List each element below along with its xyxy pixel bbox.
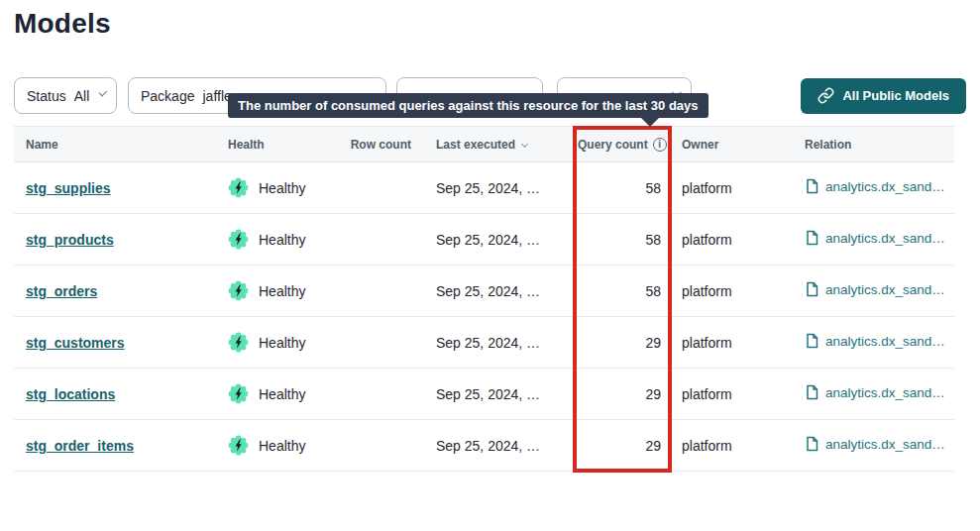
health-badge: Healthy bbox=[228, 332, 347, 353]
document-icon bbox=[805, 178, 818, 194]
health-badge: Healthy bbox=[228, 177, 347, 198]
owner-cell: platform bbox=[672, 232, 791, 248]
health-badge: Healthy bbox=[228, 229, 347, 250]
all-public-models-button[interactable]: All Public Models bbox=[801, 78, 966, 114]
model-name-link[interactable]: stg_locations bbox=[26, 386, 115, 402]
last-executed-cell: Sep 25, 2024, … bbox=[411, 283, 569, 299]
table-row: stg_orders Healthy Sep 25, 2024, … 58 pl… bbox=[14, 266, 954, 317]
health-label: Healthy bbox=[259, 232, 305, 248]
column-header-name: Name bbox=[14, 138, 228, 152]
owner-cell: platform bbox=[672, 283, 791, 299]
tooltip-arrow bbox=[640, 117, 660, 127]
document-icon bbox=[805, 333, 818, 349]
column-header-owner: Owner bbox=[672, 138, 791, 152]
document-icon bbox=[805, 230, 818, 246]
column-header-health: Health bbox=[228, 138, 347, 152]
health-seal-icon bbox=[228, 383, 249, 404]
document-icon bbox=[805, 384, 818, 400]
all-public-models-label: All Public Models bbox=[842, 88, 949, 103]
info-icon[interactable]: i bbox=[653, 138, 667, 152]
query-count-tooltip: The number of consumed queries against t… bbox=[228, 93, 708, 118]
health-label: Healthy bbox=[259, 335, 305, 351]
status-filter-label: Status bbox=[27, 88, 66, 104]
status-filter-value: All bbox=[74, 88, 90, 104]
relation-link[interactable]: analytics.dx_sand… bbox=[805, 178, 945, 194]
last-executed-cell: Sep 25, 2024, … bbox=[411, 438, 569, 454]
health-badge: Healthy bbox=[228, 280, 347, 301]
last-executed-cell: Sep 25, 2024, … bbox=[411, 335, 569, 351]
query-count-cell: 29 bbox=[569, 438, 672, 454]
document-icon bbox=[805, 436, 818, 452]
column-header-relation: Relation bbox=[791, 138, 954, 152]
owner-cell: platform bbox=[672, 180, 791, 196]
health-label: Healthy bbox=[259, 180, 305, 196]
document-icon bbox=[805, 281, 818, 297]
last-executed-cell: Sep 25, 2024, … bbox=[411, 386, 569, 402]
relation-link[interactable]: analytics.dx_sand… bbox=[805, 281, 945, 297]
query-count-cell: 58 bbox=[569, 283, 672, 299]
table-row: stg_products Healthy Sep 25, 2024, … 58 … bbox=[14, 214, 954, 266]
query-count-cell: 29 bbox=[569, 386, 672, 402]
query-count-cell: 58 bbox=[569, 232, 672, 248]
owner-cell: platform bbox=[672, 438, 791, 454]
models-page: Models Status All Package jaffle_ All Pu… bbox=[0, 0, 980, 531]
query-count-cell: 29 bbox=[569, 335, 672, 351]
health-label: Healthy bbox=[259, 438, 305, 454]
sort-chevron-icon bbox=[521, 140, 528, 147]
relation-link[interactable]: analytics.dx_sand… bbox=[805, 436, 945, 452]
health-badge: Healthy bbox=[228, 383, 347, 404]
chevron-down-icon bbox=[99, 88, 107, 96]
table-header-row: Name Health Row count Last executed Quer… bbox=[14, 126, 954, 162]
relation-link[interactable]: analytics.dx_sand… bbox=[805, 333, 945, 349]
health-label: Healthy bbox=[259, 386, 305, 402]
package-filter-label: Package bbox=[141, 88, 194, 104]
column-header-last-executed[interactable]: Last executed bbox=[411, 138, 569, 152]
relation-link[interactable]: analytics.dx_sand… bbox=[805, 384, 945, 400]
table-row: stg_locations Healthy Sep 25, 2024, … 29… bbox=[14, 369, 954, 420]
models-table: Name Health Row count Last executed Quer… bbox=[14, 126, 954, 472]
status-filter-dropdown[interactable]: Status All bbox=[14, 77, 117, 114]
health-seal-icon bbox=[228, 177, 249, 198]
health-seal-icon bbox=[228, 435, 249, 456]
health-badge: Healthy bbox=[228, 435, 347, 456]
relation-link[interactable]: analytics.dx_sand… bbox=[805, 230, 945, 246]
model-name-link[interactable]: stg_supplies bbox=[26, 180, 111, 196]
last-executed-cell: Sep 25, 2024, … bbox=[411, 232, 569, 248]
table-row: stg_order_items Healthy Sep 25, 2024, … … bbox=[14, 420, 954, 472]
model-name-link[interactable]: stg_order_items bbox=[26, 438, 134, 454]
model-name-link[interactable]: stg_customers bbox=[26, 335, 125, 351]
health-seal-icon bbox=[228, 280, 249, 301]
column-header-row-count: Row count bbox=[347, 138, 411, 152]
health-label: Healthy bbox=[259, 283, 305, 299]
owner-cell: platform bbox=[672, 386, 791, 402]
link-icon bbox=[817, 87, 834, 104]
model-name-link[interactable]: stg_orders bbox=[26, 283, 97, 299]
health-seal-icon bbox=[228, 229, 249, 250]
page-title: Models bbox=[14, 8, 966, 40]
health-seal-icon bbox=[228, 332, 249, 353]
model-name-link[interactable]: stg_products bbox=[26, 232, 114, 248]
query-count-cell: 58 bbox=[569, 180, 672, 196]
last-executed-cell: Sep 25, 2024, … bbox=[411, 180, 569, 196]
column-header-query-count: Query count i bbox=[569, 138, 672, 152]
table-row: stg_supplies Healthy Sep 25, 2024, … 58 … bbox=[14, 162, 954, 214]
table-row: stg_customers Healthy Sep 25, 2024, … 29… bbox=[14, 317, 954, 369]
owner-cell: platform bbox=[672, 335, 791, 351]
